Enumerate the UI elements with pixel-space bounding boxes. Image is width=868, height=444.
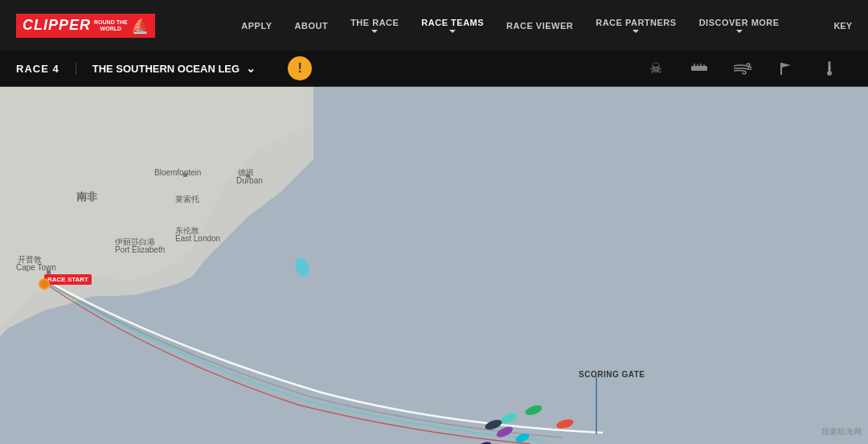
nav-key[interactable]: KEY: [833, 21, 852, 31]
nav-apply[interactable]: APPLY: [230, 21, 283, 31]
race-toolbar: RACE 4 THE SOUTHERN OCEAN LEG ⌄ ! ☠: [0, 51, 868, 87]
flag-icon[interactable]: [772, 54, 800, 83]
nav-race-teams[interactable]: RACE TEAMS: [410, 18, 495, 33]
map-area[interactable]: 南非 Bloemfontein 德班 Durban 莱索托 伊丽莎白港 Port…: [0, 87, 868, 444]
nav-race-partners[interactable]: RACE PARTNERS: [584, 18, 687, 33]
wind-icon[interactable]: [728, 54, 757, 83]
svg-rect-8: [829, 67, 830, 72]
globe-icon[interactable]: ☠: [641, 54, 670, 83]
nav-the-race[interactable]: THE RACE: [339, 18, 410, 33]
toolbar-icons: ☠: [641, 54, 852, 83]
scoring-gate-label: SCORING GATE: [579, 370, 645, 379]
warning-icon[interactable]: !: [288, 56, 312, 80]
chevron-down-icon: [736, 30, 743, 33]
chevron-down-icon[interactable]: ⌄: [246, 62, 256, 75]
nav-items: APPLY ABOUT THE RACE RACE TEAMS RACE VIE…: [187, 18, 834, 33]
nav-about[interactable]: ABOUT: [284, 21, 340, 31]
logo-rtw: ROUND THE WORLD: [94, 19, 128, 31]
start-dot: [39, 278, 50, 290]
nav-discover-more[interactable]: DISCOVER MORE: [688, 18, 791, 33]
durban-dot: [246, 174, 250, 178]
race-number: RACE 4: [16, 63, 76, 75]
ruler-icon[interactable]: [685, 54, 714, 83]
race-start-marker: RACE START: [44, 274, 92, 285]
race-title: THE SOUTHERN OCEAN LEG ⌄: [76, 62, 272, 75]
chevron-down-icon: [633, 30, 639, 33]
bloemfontein-dot: [183, 173, 187, 177]
svg-rect-0: [691, 66, 707, 71]
logo-area[interactable]: CLIPPER ROUND THE WORLD ⛵: [16, 14, 155, 38]
top-navigation: CLIPPER ROUND THE WORLD ⛵ APPLY ABOUT TH…: [0, 0, 868, 51]
chevron-down-icon: [449, 30, 456, 33]
nav-race-viewer[interactable]: RACE VIEWER: [495, 21, 584, 31]
chevron-down-icon: [371, 30, 378, 33]
logo-globe-icon: ⛵: [131, 17, 149, 35]
logo-clipper-text: CLIPPER: [23, 17, 91, 34]
watermark: 我要航海网: [821, 426, 862, 438]
logo-box[interactable]: CLIPPER ROUND THE WORLD ⛵: [16, 14, 155, 38]
map-svg: [0, 87, 868, 444]
thermometer-icon[interactable]: [815, 54, 844, 83]
